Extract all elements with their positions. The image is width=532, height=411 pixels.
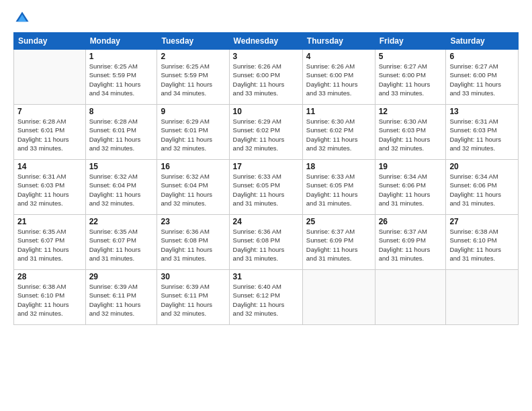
- day-number: 14: [17, 162, 82, 171]
- col-header-monday: Monday: [85, 33, 157, 50]
- day-number: 10: [233, 107, 299, 116]
- calendar-cell: 14Sunrise: 6:31 AM Sunset: 6:03 PM Dayli…: [14, 160, 86, 215]
- col-header-wednesday: Wednesday: [229, 33, 302, 50]
- day-info: Sunrise: 6:27 AM Sunset: 6:00 PM Dayligh…: [379, 62, 443, 97]
- calendar-cell: 9Sunrise: 6:29 AM Sunset: 6:01 PM Daylig…: [157, 105, 229, 160]
- day-info: Sunrise: 6:28 AM Sunset: 6:01 PM Dayligh…: [17, 117, 82, 152]
- calendar-cell: 25Sunrise: 6:37 AM Sunset: 6:09 PM Dayli…: [302, 215, 375, 270]
- calendar-cell: 19Sunrise: 6:34 AM Sunset: 6:06 PM Dayli…: [375, 160, 446, 215]
- day-info: Sunrise: 6:29 AM Sunset: 6:01 PM Dayligh…: [161, 117, 225, 152]
- day-number: 30: [161, 272, 225, 281]
- calendar-cell: 2Sunrise: 6:25 AM Sunset: 5:59 PM Daylig…: [157, 50, 229, 105]
- day-info: Sunrise: 6:34 AM Sunset: 6:06 PM Dayligh…: [379, 172, 443, 208]
- day-info: Sunrise: 6:25 AM Sunset: 5:59 PM Dayligh…: [89, 62, 154, 97]
- day-info: Sunrise: 6:39 AM Sunset: 6:11 PM Dayligh…: [89, 282, 154, 318]
- day-info: Sunrise: 6:33 AM Sunset: 6:05 PM Dayligh…: [233, 172, 299, 208]
- day-number: 11: [306, 107, 371, 116]
- day-info: Sunrise: 6:34 AM Sunset: 6:06 PM Dayligh…: [449, 172, 515, 208]
- day-info: Sunrise: 6:35 AM Sunset: 6:07 PM Dayligh…: [17, 227, 82, 263]
- col-header-tuesday: Tuesday: [157, 33, 229, 50]
- calendar-cell: 17Sunrise: 6:33 AM Sunset: 6:05 PM Dayli…: [229, 160, 302, 215]
- day-info: Sunrise: 6:29 AM Sunset: 6:02 PM Dayligh…: [233, 117, 299, 152]
- calendar-cell: 29Sunrise: 6:39 AM Sunset: 6:11 PM Dayli…: [85, 270, 157, 325]
- day-number: 4: [306, 52, 371, 61]
- calendar-cell: 20Sunrise: 6:34 AM Sunset: 6:06 PM Dayli…: [446, 160, 519, 215]
- col-header-friday: Friday: [375, 33, 446, 50]
- day-number: 6: [449, 52, 515, 61]
- day-number: 5: [379, 52, 443, 61]
- col-header-thursday: Thursday: [302, 33, 375, 50]
- calendar-cell: 13Sunrise: 6:31 AM Sunset: 6:03 PM Dayli…: [446, 105, 519, 160]
- calendar-cell: 26Sunrise: 6:37 AM Sunset: 6:09 PM Dayli…: [375, 215, 446, 270]
- calendar-cell: [14, 50, 86, 105]
- day-number: 3: [233, 52, 299, 61]
- day-number: 8: [89, 107, 154, 116]
- calendar-cell: 23Sunrise: 6:36 AM Sunset: 6:08 PM Dayli…: [157, 215, 229, 270]
- day-number: 26: [379, 217, 443, 226]
- logo-icon: [15, 11, 30, 26]
- day-number: 28: [17, 272, 82, 281]
- day-info: Sunrise: 6:38 AM Sunset: 6:10 PM Dayligh…: [17, 282, 82, 318]
- day-number: 12: [379, 107, 443, 116]
- day-info: Sunrise: 6:39 AM Sunset: 6:11 PM Dayligh…: [161, 282, 225, 318]
- calendar-cell: [302, 270, 375, 325]
- logo: [13, 11, 32, 26]
- day-number: 18: [306, 162, 371, 171]
- day-info: Sunrise: 6:26 AM Sunset: 6:00 PM Dayligh…: [233, 62, 299, 97]
- day-info: Sunrise: 6:31 AM Sunset: 6:03 PM Dayligh…: [449, 117, 515, 152]
- day-info: Sunrise: 6:30 AM Sunset: 6:02 PM Dayligh…: [306, 117, 371, 152]
- calendar-cell: 1Sunrise: 6:25 AM Sunset: 5:59 PM Daylig…: [85, 50, 157, 105]
- day-number: 22: [89, 217, 154, 226]
- day-number: 2: [161, 52, 225, 61]
- calendar-cell: 31Sunrise: 6:40 AM Sunset: 6:12 PM Dayli…: [229, 270, 302, 325]
- day-number: 20: [449, 162, 515, 171]
- day-number: 15: [89, 162, 154, 171]
- day-info: Sunrise: 6:33 AM Sunset: 6:05 PM Dayligh…: [306, 172, 371, 208]
- day-number: 9: [161, 107, 225, 116]
- day-number: 23: [161, 217, 225, 226]
- day-number: 16: [161, 162, 225, 171]
- calendar-cell: 11Sunrise: 6:30 AM Sunset: 6:02 PM Dayli…: [302, 105, 375, 160]
- calendar-cell: 21Sunrise: 6:35 AM Sunset: 6:07 PM Dayli…: [14, 215, 86, 270]
- day-info: Sunrise: 6:31 AM Sunset: 6:03 PM Dayligh…: [17, 172, 82, 208]
- col-header-sunday: Sunday: [14, 33, 86, 50]
- day-number: 1: [89, 52, 154, 61]
- day-info: Sunrise: 6:35 AM Sunset: 6:07 PM Dayligh…: [89, 227, 154, 263]
- calendar-cell: 16Sunrise: 6:32 AM Sunset: 6:04 PM Dayli…: [157, 160, 229, 215]
- calendar-cell: 30Sunrise: 6:39 AM Sunset: 6:11 PM Dayli…: [157, 270, 229, 325]
- day-number: 31: [233, 272, 299, 281]
- page: SundayMondayTuesdayWednesdayThursdayFrid…: [0, 0, 532, 411]
- day-info: Sunrise: 6:25 AM Sunset: 5:59 PM Dayligh…: [161, 62, 225, 97]
- day-number: 19: [379, 162, 443, 171]
- header: [13, 11, 519, 26]
- calendar-cell: 8Sunrise: 6:28 AM Sunset: 6:01 PM Daylig…: [85, 105, 157, 160]
- calendar-cell: 3Sunrise: 6:26 AM Sunset: 6:00 PM Daylig…: [229, 50, 302, 105]
- day-info: Sunrise: 6:27 AM Sunset: 6:00 PM Dayligh…: [449, 62, 515, 97]
- calendar-cell: 7Sunrise: 6:28 AM Sunset: 6:01 PM Daylig…: [14, 105, 86, 160]
- day-number: 21: [17, 217, 82, 226]
- calendar-cell: 5Sunrise: 6:27 AM Sunset: 6:00 PM Daylig…: [375, 50, 446, 105]
- day-info: Sunrise: 6:32 AM Sunset: 6:04 PM Dayligh…: [89, 172, 154, 208]
- day-info: Sunrise: 6:28 AM Sunset: 6:01 PM Dayligh…: [89, 117, 154, 152]
- day-info: Sunrise: 6:37 AM Sunset: 6:09 PM Dayligh…: [379, 227, 443, 263]
- calendar-cell: 27Sunrise: 6:38 AM Sunset: 6:10 PM Dayli…: [446, 215, 519, 270]
- day-number: 13: [449, 107, 515, 116]
- day-info: Sunrise: 6:37 AM Sunset: 6:09 PM Dayligh…: [306, 227, 371, 263]
- day-info: Sunrise: 6:26 AM Sunset: 6:00 PM Dayligh…: [306, 62, 371, 97]
- calendar-cell: 22Sunrise: 6:35 AM Sunset: 6:07 PM Dayli…: [85, 215, 157, 270]
- day-number: 17: [233, 162, 299, 171]
- day-info: Sunrise: 6:30 AM Sunset: 6:03 PM Dayligh…: [379, 117, 443, 152]
- calendar-cell: 15Sunrise: 6:32 AM Sunset: 6:04 PM Dayli…: [85, 160, 157, 215]
- calendar-cell: 12Sunrise: 6:30 AM Sunset: 6:03 PM Dayli…: [375, 105, 446, 160]
- calendar-cell: 24Sunrise: 6:36 AM Sunset: 6:08 PM Dayli…: [229, 215, 302, 270]
- day-number: 27: [449, 217, 515, 226]
- calendar-cell: 10Sunrise: 6:29 AM Sunset: 6:02 PM Dayli…: [229, 105, 302, 160]
- day-info: Sunrise: 6:40 AM Sunset: 6:12 PM Dayligh…: [233, 282, 299, 318]
- day-number: 7: [17, 107, 82, 116]
- calendar-cell: 28Sunrise: 6:38 AM Sunset: 6:10 PM Dayli…: [14, 270, 86, 325]
- calendar: SundayMondayTuesdayWednesdayThursdayFrid…: [13, 32, 519, 325]
- day-info: Sunrise: 6:38 AM Sunset: 6:10 PM Dayligh…: [449, 227, 515, 263]
- day-number: 24: [233, 217, 299, 226]
- day-info: Sunrise: 6:36 AM Sunset: 6:08 PM Dayligh…: [233, 227, 299, 263]
- col-header-saturday: Saturday: [446, 33, 519, 50]
